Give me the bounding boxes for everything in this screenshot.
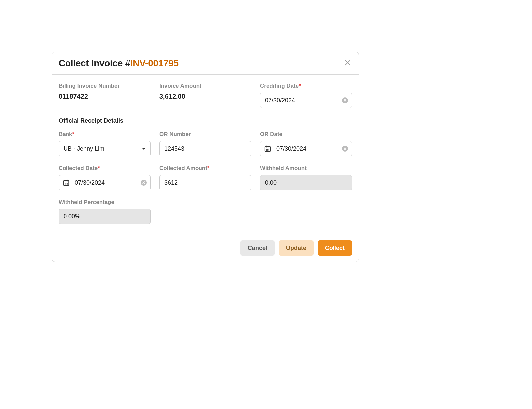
collected-amount-label: Collected Amount* bbox=[159, 165, 251, 172]
withheld-percentage-group: Withheld Percentage bbox=[59, 199, 151, 224]
form-grid: Billing Invoice Number 01187422 Invoice … bbox=[59, 83, 352, 224]
collect-button[interactable]: Collect bbox=[318, 240, 352, 256]
or-number-label: OR Number bbox=[159, 131, 251, 138]
modal-header: Collect Invoice #INV-001795 bbox=[52, 52, 359, 75]
withheld-amount-label: Withheld Amount bbox=[260, 165, 352, 172]
bank-select-value: UB - Jenny Lim bbox=[64, 145, 104, 152]
bank-select-wrapper: UB - Jenny Lim bbox=[59, 141, 151, 156]
or-date-clear-button[interactable] bbox=[342, 146, 348, 152]
crediting-date-input[interactable] bbox=[260, 93, 352, 108]
crediting-date-clear-button[interactable] bbox=[342, 97, 348, 103]
billing-invoice-number-value: 01187422 bbox=[59, 93, 151, 100]
required-asterisk: * bbox=[72, 131, 75, 137]
collected-amount-input[interactable] bbox=[159, 175, 251, 190]
withheld-percentage-wrapper bbox=[59, 209, 151, 224]
or-number-input[interactable] bbox=[159, 141, 251, 156]
invoice-id: INV-001795 bbox=[130, 58, 179, 68]
collected-date-label: Collected Date* bbox=[59, 165, 151, 172]
close-icon bbox=[345, 59, 351, 67]
or-number-group: OR Number bbox=[159, 131, 251, 156]
bank-group: Bank* UB - Jenny Lim bbox=[59, 131, 151, 156]
modal-body: Billing Invoice Number 01187422 Invoice … bbox=[52, 75, 359, 234]
withheld-amount-group: Withheld Amount bbox=[260, 165, 352, 190]
or-date-input[interactable] bbox=[260, 141, 352, 156]
invoice-amount-value: 3,612.00 bbox=[159, 93, 251, 100]
invoice-amount-label: Invoice Amount bbox=[159, 83, 251, 89]
crediting-date-label: Crediting Date* bbox=[260, 83, 352, 89]
collected-date-input[interactable] bbox=[59, 175, 151, 190]
required-asterisk: * bbox=[207, 165, 210, 171]
bank-label: Bank* bbox=[59, 131, 151, 138]
crediting-date-group: Crediting Date* bbox=[260, 83, 352, 108]
update-button[interactable]: Update bbox=[279, 240, 314, 256]
clear-icon bbox=[141, 180, 147, 186]
collected-date-group: Collected Date* bbox=[59, 165, 151, 190]
required-asterisk: * bbox=[299, 83, 301, 89]
crediting-date-wrapper bbox=[260, 93, 352, 108]
billing-invoice-number-group: Billing Invoice Number 01187422 bbox=[59, 83, 151, 108]
or-date-group: OR Date bbox=[260, 131, 352, 156]
collected-date-clear-button[interactable] bbox=[141, 180, 147, 186]
cancel-button[interactable]: Cancel bbox=[240, 240, 275, 256]
withheld-amount-input bbox=[260, 175, 352, 190]
official-receipt-details-title: Official Receipt Details bbox=[59, 117, 352, 124]
withheld-percentage-input bbox=[59, 209, 151, 224]
or-date-wrapper bbox=[260, 141, 352, 156]
modal-title: Collect Invoice #INV-001795 bbox=[59, 58, 179, 68]
collected-amount-group: Collected Amount* bbox=[159, 165, 251, 190]
collected-date-wrapper bbox=[59, 175, 151, 190]
withheld-amount-wrapper bbox=[260, 175, 352, 190]
withheld-percentage-label: Withheld Percentage bbox=[59, 199, 151, 205]
or-date-label: OR Date bbox=[260, 131, 352, 138]
modal-footer: Cancel Update Collect bbox=[52, 234, 359, 262]
title-prefix: Collect Invoice # bbox=[59, 58, 130, 68]
or-number-wrapper bbox=[159, 141, 251, 156]
billing-invoice-number-label: Billing Invoice Number bbox=[59, 83, 151, 89]
invoice-amount-group: Invoice Amount 3,612.00 bbox=[159, 83, 251, 108]
close-button[interactable] bbox=[343, 58, 352, 68]
clear-icon bbox=[342, 146, 348, 152]
collect-invoice-modal: Collect Invoice #INV-001795 Billing Invo… bbox=[52, 52, 359, 262]
required-asterisk: * bbox=[98, 165, 100, 171]
clear-icon bbox=[342, 97, 348, 103]
bank-select[interactable]: UB - Jenny Lim bbox=[59, 141, 151, 156]
collected-amount-wrapper bbox=[159, 175, 251, 190]
